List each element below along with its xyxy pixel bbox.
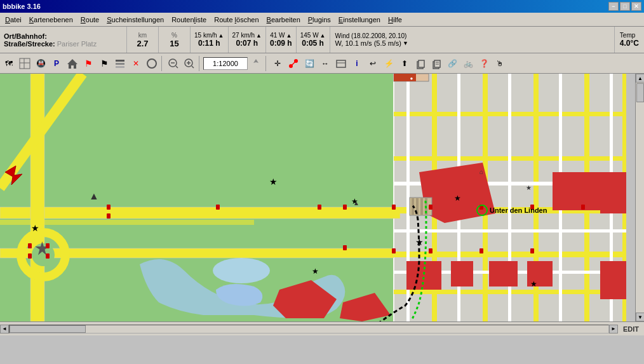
menu-routenliste[interactable]: Routenliste	[168, 15, 210, 25]
menu-datei[interactable]: Datei	[1, 15, 25, 25]
titlebar-controls: − □ ✕	[608, 2, 641, 11]
scroll-right-button[interactable]: ►	[609, 325, 618, 334]
tb-map2-icon[interactable]	[17, 56, 32, 71]
menu-sucheinstellungen[interactable]: Sucheinstellungen	[103, 15, 168, 25]
tb-flag2-icon[interactable]: ⚑	[97, 56, 112, 71]
tb-home-icon[interactable]	[65, 56, 80, 71]
h-scroll-thumb[interactable]	[10, 325, 86, 333]
menu-route[interactable]: Route	[77, 15, 103, 25]
svg-rect-79	[318, 205, 321, 210]
maximize-button[interactable]: □	[620, 2, 630, 11]
map-container[interactable]: ★ ★ ★ ★ ★ ★ ★ ▲ ▲ ★ ⚑ Potsdamer Platz	[0, 74, 635, 321]
tb-layer-icon[interactable]	[112, 56, 128, 71]
svg-rect-85	[392, 248, 396, 253]
svg-rect-81	[429, 205, 433, 210]
svg-text:★: ★	[415, 237, 424, 247]
infobar: Ort/Bahnhof: Straße/Strecke: Pariser Pla…	[0, 27, 644, 53]
tb-route-icon[interactable]	[286, 56, 301, 71]
speed1-label: 15 km/h ▲	[194, 32, 224, 39]
tb-refresh-icon[interactable]: 🔄	[302, 56, 317, 71]
tb-map1-icon[interactable]: 🗺	[1, 56, 17, 71]
tb-info-icon[interactable]: i	[349, 56, 365, 71]
svg-line-18	[291, 61, 296, 66]
wind-value[interactable]: W, 10.1 m/s (5.5 m/s) ▼	[335, 39, 609, 47]
km-label: km	[138, 32, 147, 39]
titlebar: bbbike 3.16 − □ ✕	[0, 0, 644, 13]
speed2-cell: 27 km/h ▲ 0:07 h	[229, 27, 267, 53]
tb-redcross-icon[interactable]: ✕	[128, 56, 144, 71]
tb-zoom-plus-icon[interactable]	[182, 56, 197, 71]
app-title: bbbike 3.16	[3, 3, 41, 10]
power1-time: 0:09 h	[270, 39, 292, 48]
tb-copy1-icon[interactable]	[413, 56, 428, 71]
h-scroll-track	[9, 325, 609, 334]
tb-swap-icon[interactable]: ↔	[318, 56, 333, 71]
svg-rect-42	[394, 112, 635, 116]
tb-subway-icon[interactable]: 🚇	[33, 56, 48, 71]
close-button[interactable]: ✕	[631, 2, 641, 11]
svg-rect-77	[107, 213, 111, 219]
tb-up-icon[interactable]: ⬆	[397, 56, 412, 71]
menu-hilfe[interactable]: Hilfe	[384, 15, 406, 25]
scroll-up-button[interactable]: ▲	[636, 74, 644, 83]
menu-plugins[interactable]: Plugins	[304, 15, 335, 25]
menu-kartenebenen[interactable]: Kartenebenen	[25, 15, 77, 25]
wind-title: Wind (18.02.2008, 20.10)	[335, 32, 609, 39]
minimize-button[interactable]: −	[608, 2, 619, 11]
svg-text:●: ●	[410, 76, 413, 81]
svg-point-28	[213, 258, 270, 283]
menu-einstellungen[interactable]: Einstellungen	[335, 15, 384, 25]
tb-copy2-icon[interactable]	[429, 56, 444, 71]
percent-label: %	[171, 32, 177, 39]
location-info: Ort/Bahnhof: Straße/Strecke: Pariser Pla…	[0, 27, 127, 53]
location-label: Ort/Bahnhof:	[4, 32, 47, 40]
svg-marker-15	[253, 59, 258, 68]
scroll-left-button[interactable]: ◄	[0, 325, 9, 334]
tb-pin-icon[interactable]	[248, 56, 264, 71]
tb-crosshair-icon[interactable]: ✛	[270, 56, 285, 71]
tb-lightning-icon[interactable]: ⚡	[381, 56, 396, 71]
statusbar: ◄ ► EDIT	[0, 321, 644, 335]
toolbar: 🗺 🚇 P ⚑ ⚑ ✕ ✛	[0, 53, 644, 74]
svg-rect-80	[392, 205, 396, 210]
svg-text:★: ★	[526, 184, 532, 191]
scroll-thumb[interactable]	[636, 83, 644, 102]
svg-point-7	[147, 59, 156, 68]
speed2-time: 0:07 h	[236, 39, 258, 48]
tb-sep1	[161, 56, 164, 71]
speed1-cell: 15 km/h ▲ 0:11 h	[191, 27, 229, 53]
svg-rect-57	[489, 261, 518, 286]
svg-text:▲: ▲	[353, 199, 359, 206]
svg-rect-55	[406, 261, 441, 290]
svg-rect-87	[480, 248, 483, 253]
tb-parking-icon[interactable]: P	[49, 56, 64, 71]
scrollbar-vertical[interactable]: ▲ ▼	[635, 74, 644, 321]
svg-rect-22	[419, 60, 424, 67]
km-value: 2.7	[137, 39, 148, 48]
tb-circle-icon[interactable]	[144, 56, 159, 71]
svg-rect-60	[600, 172, 629, 213]
tb-question-icon[interactable]: ❓	[476, 56, 492, 71]
zoom-level-input[interactable]	[203, 57, 248, 70]
tb-bike-icon[interactable]: 🚲	[460, 56, 476, 71]
menu-bearbeiten[interactable]: Bearbeiten	[263, 15, 304, 25]
svg-rect-67	[420, 198, 423, 215]
scroll-down-button[interactable]: ▼	[636, 313, 644, 321]
tb-map3-icon[interactable]	[333, 56, 349, 71]
power2-time: 0:05 h	[302, 39, 324, 48]
tb-flag1-icon[interactable]: ⚑	[81, 56, 96, 71]
street-value: Pariser Platz	[57, 40, 97, 48]
menu-route-loeschen[interactable]: Route löschen	[210, 15, 262, 25]
svg-rect-47	[394, 229, 635, 233]
svg-rect-31	[0, 207, 400, 219]
tb-undo-icon[interactable]: ↩	[365, 56, 380, 71]
tb-zoom-minus-icon[interactable]	[166, 56, 181, 71]
tb-sep2	[199, 56, 201, 71]
tb-link-icon[interactable]: 🔗	[445, 56, 460, 71]
tb-cursor-icon[interactable]: 🖱	[492, 56, 507, 71]
svg-text:Unter den Linden: Unter den Linden	[490, 206, 547, 214]
percent-value: 15	[170, 39, 178, 48]
svg-rect-43	[394, 156, 635, 161]
power2-label: 145 W ▲	[300, 32, 326, 39]
svg-text:★: ★	[530, 280, 537, 288]
